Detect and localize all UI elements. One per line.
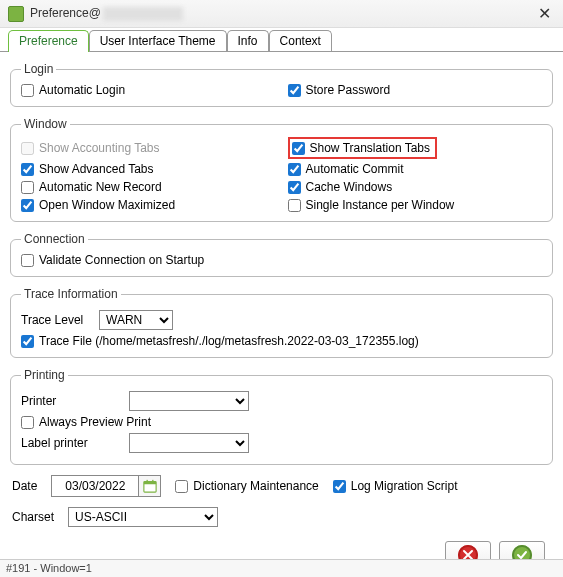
chk-always-preview-wrap[interactable]: Always Preview Print	[21, 414, 542, 430]
chk-validate-connection[interactable]	[21, 254, 34, 267]
status-bar: #191 - Window=1	[0, 559, 563, 577]
lbl-printer: Printer	[21, 394, 123, 408]
lbl-label-printer: Label printer	[21, 436, 123, 450]
lbl-trace-file: Trace File (/home/metasfresh/./log/metas…	[39, 334, 419, 348]
chk-validate-connection-wrap[interactable]: Validate Connection on Startup	[21, 252, 542, 268]
window-title-text: Preference@	[30, 6, 101, 20]
lbl-trace-level: Trace Level	[21, 313, 93, 327]
lbl-validate-connection: Validate Connection on Startup	[39, 253, 204, 267]
tab-info[interactable]: Info	[227, 30, 269, 51]
chk-cache-windows[interactable]	[288, 181, 301, 194]
svg-rect-2	[146, 480, 147, 483]
window-title: Preference@	[30, 6, 534, 21]
chk-automatic-new-record[interactable]	[21, 181, 34, 194]
lbl-date: Date	[12, 479, 37, 493]
sel-charset[interactable]: US-ASCII	[68, 507, 218, 527]
chk-store-password-wrap[interactable]: Store Password	[288, 82, 543, 98]
chk-automatic-commit-wrap[interactable]: Automatic Commit	[288, 161, 543, 177]
chk-automatic-commit[interactable]	[288, 163, 301, 176]
svg-rect-1	[144, 482, 156, 485]
lbl-always-preview: Always Preview Print	[39, 415, 151, 429]
content: Login Automatic Login Store Password Win…	[0, 52, 563, 573]
chk-show-accounting-tabs-wrap: Show Accounting Tabs	[21, 137, 276, 159]
sel-printer[interactable]	[129, 391, 249, 411]
chk-cache-windows-wrap[interactable]: Cache Windows	[288, 179, 543, 195]
chk-dictionary-maintenance[interactable]	[175, 480, 188, 493]
date-input[interactable]	[52, 476, 138, 496]
status-text: #191 - Window=1	[6, 562, 92, 574]
date-options-row: Date Dictionary Maintenance Log Migratio…	[10, 475, 553, 497]
tabs: Preference User Interface Theme Info Con…	[0, 28, 563, 52]
lbl-show-accounting-tabs: Show Accounting Tabs	[39, 141, 160, 155]
lbl-automatic-login: Automatic Login	[39, 83, 125, 97]
legend-trace: Trace Information	[21, 287, 121, 301]
chk-show-advanced-tabs[interactable]	[21, 163, 34, 176]
lbl-show-translation-tabs: Show Translation Tabs	[310, 141, 431, 155]
chk-store-password[interactable]	[288, 84, 301, 97]
legend-printing: Printing	[21, 368, 68, 382]
chk-trace-file-wrap[interactable]: Trace File (/home/metasfresh/./log/metas…	[21, 333, 542, 349]
lbl-store-password: Store Password	[306, 83, 391, 97]
chk-show-translation-tabs[interactable]	[292, 142, 305, 155]
lbl-open-window-maximized: Open Window Maximized	[39, 198, 175, 212]
tab-context[interactable]: Context	[269, 30, 332, 51]
chk-show-accounting-tabs	[21, 142, 34, 155]
fieldset-window: Window Show Accounting Tabs Show Transla…	[10, 117, 553, 222]
fieldset-connection: Connection Validate Connection on Startu…	[10, 232, 553, 277]
lbl-single-instance: Single Instance per Window	[306, 198, 455, 212]
chk-single-instance-wrap[interactable]: Single Instance per Window	[288, 197, 543, 213]
legend-login: Login	[21, 62, 56, 76]
chk-log-migration-wrap[interactable]: Log Migration Script	[333, 478, 458, 494]
close-button[interactable]: ✕	[534, 4, 555, 23]
fieldset-trace: Trace Information Trace Level WARN Trace…	[10, 287, 553, 358]
fieldset-login: Login Automatic Login Store Password	[10, 62, 553, 107]
chk-open-window-maximized[interactable]	[21, 199, 34, 212]
chk-trace-file[interactable]	[21, 335, 34, 348]
lbl-automatic-new-record: Automatic New Record	[39, 180, 162, 194]
sel-trace-level[interactable]: WARN	[99, 310, 173, 330]
lbl-log-migration: Log Migration Script	[351, 479, 458, 493]
chk-always-preview[interactable]	[21, 416, 34, 429]
chk-show-advanced-tabs-wrap[interactable]: Show Advanced Tabs	[21, 161, 276, 177]
lbl-charset: Charset	[12, 510, 54, 524]
legend-window: Window	[21, 117, 70, 131]
chk-show-translation-tabs-wrap[interactable]: Show Translation Tabs	[292, 140, 431, 156]
svg-rect-3	[152, 480, 153, 483]
chk-log-migration[interactable]	[333, 480, 346, 493]
chk-open-window-maximized-wrap[interactable]: Open Window Maximized	[21, 197, 276, 213]
lbl-cache-windows: Cache Windows	[306, 180, 393, 194]
chk-automatic-login[interactable]	[21, 84, 34, 97]
legend-connection: Connection	[21, 232, 88, 246]
chk-automatic-login-wrap[interactable]: Automatic Login	[21, 82, 276, 98]
highlight-show-translation-tabs: Show Translation Tabs	[288, 137, 438, 159]
chk-automatic-new-record-wrap[interactable]: Automatic New Record	[21, 179, 276, 195]
titlebar: Preference@ ✕	[0, 0, 563, 28]
lbl-automatic-commit: Automatic Commit	[306, 162, 404, 176]
tab-preference[interactable]: Preference	[8, 30, 89, 52]
window-title-host-blur	[103, 7, 183, 21]
lbl-dictionary-maintenance: Dictionary Maintenance	[193, 479, 318, 493]
sel-label-printer[interactable]	[129, 433, 249, 453]
charset-row: Charset US-ASCII	[10, 507, 553, 527]
app-icon	[8, 6, 24, 22]
fieldset-printing: Printing Printer Always Preview Print La…	[10, 368, 553, 465]
date-field-wrap	[51, 475, 161, 497]
chk-dictionary-maintenance-wrap[interactable]: Dictionary Maintenance	[175, 478, 318, 494]
calendar-icon	[143, 479, 157, 493]
lbl-show-advanced-tabs: Show Advanced Tabs	[39, 162, 154, 176]
chk-single-instance[interactable]	[288, 199, 301, 212]
tab-theme[interactable]: User Interface Theme	[89, 30, 227, 51]
calendar-button[interactable]	[138, 476, 160, 496]
